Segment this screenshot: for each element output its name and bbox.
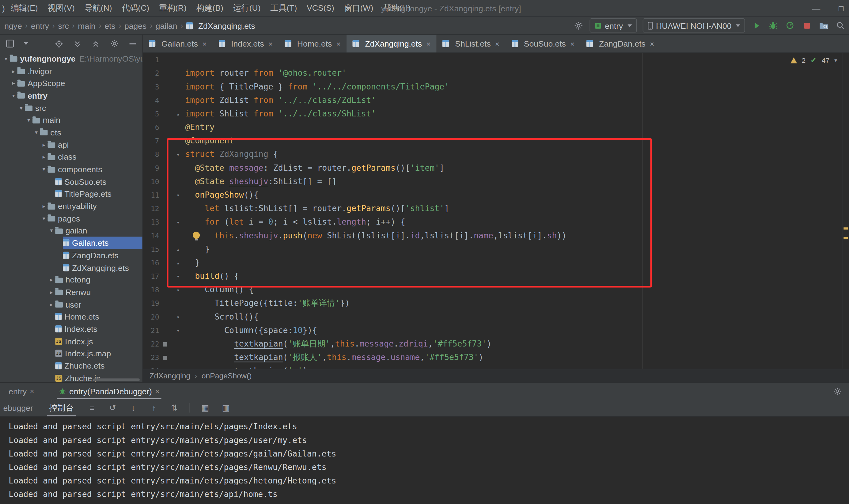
settings-gear-icon[interactable] bbox=[109, 38, 120, 49]
tree-chevron-icon[interactable]: ▾ bbox=[40, 215, 48, 221]
tree-item-Index.js.map[interactable]: JSIndex.js.map bbox=[0, 347, 143, 360]
tab-console[interactable]: 控制台 bbox=[46, 399, 77, 416]
breadcrumb-item[interactable]: entry bbox=[30, 21, 50, 30]
console-menu-icon[interactable] bbox=[87, 403, 97, 412]
gutter-marker[interactable] bbox=[159, 215, 171, 229]
fold-icon[interactable] bbox=[171, 229, 185, 242]
tree-item-pages[interactable]: ▾pages bbox=[0, 212, 143, 224]
tree-item-Gailan.ets[interactable]: Gailan.ets bbox=[0, 237, 143, 249]
menu-item[interactable]: 代码(C) bbox=[117, 3, 154, 14]
code-line[interactable]: 14 this.sheshujv.push(new ShList(lslist[… bbox=[143, 229, 849, 242]
tree-chevron-icon[interactable]: ▸ bbox=[48, 277, 55, 283]
menu-item[interactable]: 工具(T) bbox=[265, 3, 302, 14]
code-line[interactable]: 7@Component bbox=[143, 134, 849, 148]
code-line[interactable]: 6@Entry bbox=[143, 121, 849, 134]
gutter-marker[interactable] bbox=[159, 175, 171, 188]
tree-item-class[interactable]: ▸class bbox=[0, 151, 143, 163]
gutter-marker[interactable] bbox=[159, 256, 171, 270]
code-line[interactable]: 19 TitlePage({title:'账单详情'}) bbox=[143, 296, 849, 310]
fold-icon[interactable] bbox=[171, 202, 185, 215]
gutter-marker[interactable] bbox=[159, 80, 171, 94]
tree-item-Home.ets[interactable]: Home.ets bbox=[0, 310, 143, 323]
tree-chevron-icon[interactable]: ▾ bbox=[10, 92, 17, 98]
gutter-marker[interactable] bbox=[159, 107, 171, 121]
debug-tab-entry[interactable]: entry × bbox=[4, 383, 38, 399]
fold-icon[interactable] bbox=[171, 351, 185, 364]
code-line[interactable]: 4import ZdList from '../../class/ZdList' bbox=[143, 94, 849, 107]
tree-item-user[interactable]: ▸user bbox=[0, 298, 143, 310]
menu-item[interactable]: 编辑(E) bbox=[6, 3, 42, 14]
run-config-selector[interactable]: entry bbox=[590, 18, 637, 33]
close-icon[interactable]: × bbox=[30, 387, 34, 395]
tree-chevron-icon[interactable]: ▸ bbox=[40, 203, 48, 209]
tab-debugger[interactable]: ebugger bbox=[0, 399, 36, 416]
code-line[interactable]: 8▾struct ZdXangqing { bbox=[143, 148, 849, 161]
tree-chevron-icon[interactable]: ▾ bbox=[33, 129, 40, 135]
device-selector[interactable]: HUAWEI NOH-AN00 bbox=[643, 18, 745, 33]
fold-icon[interactable] bbox=[171, 296, 185, 310]
settings-gear-icon[interactable] bbox=[573, 20, 584, 31]
profiler-button[interactable] bbox=[785, 20, 795, 31]
device-file-browser-icon[interactable] bbox=[818, 20, 829, 31]
fold-icon[interactable]: ▴ bbox=[171, 107, 185, 121]
gutter-marker[interactable] bbox=[159, 161, 171, 175]
gutter-marker[interactable] bbox=[159, 134, 171, 148]
soft-wrap-icon[interactable] bbox=[200, 403, 211, 413]
tree-chevron-icon[interactable]: ▾ bbox=[17, 105, 25, 111]
fold-icon[interactable]: ▾ bbox=[171, 188, 185, 202]
menu-item[interactable]: 视图(V) bbox=[43, 3, 80, 14]
gutter-marker[interactable] bbox=[159, 242, 171, 256]
tree-item-gailan[interactable]: ▾gailan bbox=[0, 224, 143, 237]
code-line[interactable]: 23 textkapian('报账人',this.message.usname,… bbox=[143, 351, 849, 364]
tree-chevron-icon[interactable]: ▸ bbox=[10, 80, 17, 86]
lightbulb-icon[interactable] bbox=[193, 232, 200, 239]
fold-icon[interactable]: ▾ bbox=[171, 270, 185, 283]
fold-icon[interactable] bbox=[171, 337, 185, 351]
tree-item-src[interactable]: ▾src bbox=[0, 102, 143, 114]
scroll-down-icon[interactable] bbox=[128, 403, 139, 412]
code-line[interactable]: 2import router from '@ohos.router' bbox=[143, 67, 849, 80]
gutter-marker[interactable] bbox=[159, 270, 171, 283]
fold-icon[interactable] bbox=[171, 364, 185, 368]
tree-item-main[interactable]: ▾main bbox=[0, 114, 143, 126]
tree-chevron-icon[interactable]: ▾ bbox=[25, 117, 33, 123]
debug-tab-panda-debugger[interactable]: entry(PandaDebugger) × bbox=[55, 383, 164, 399]
code-line[interactable]: 5▴import ShList from '../../class/ShList… bbox=[143, 107, 849, 121]
tree-item-AppScope[interactable]: ▸AppScope bbox=[0, 77, 143, 89]
tree-item-Index.js[interactable]: JSIndex.js bbox=[0, 335, 143, 347]
error-stripe[interactable] bbox=[842, 53, 849, 368]
menu-item[interactable]: 窗口(W) bbox=[339, 3, 378, 14]
tree-chevron-icon[interactable]: ▾ bbox=[2, 56, 10, 61]
fold-icon[interactable] bbox=[171, 161, 185, 175]
tree-item-yufengnongye[interactable]: ▾yufengnongye E:\HarmonyOS\yufengno bbox=[0, 52, 143, 65]
tree-item-ZdXangqing.ets[interactable]: ZdXangqing.ets bbox=[0, 262, 143, 274]
close-icon[interactable]: × bbox=[268, 39, 273, 48]
breadcrumb-item[interactable]: ngye bbox=[3, 21, 23, 30]
close-icon[interactable]: × bbox=[495, 39, 500, 48]
gutter-marker[interactable] bbox=[159, 148, 171, 161]
breadcrumb-item[interactable]: src bbox=[57, 21, 70, 30]
fold-icon[interactable] bbox=[171, 134, 185, 148]
tree-chevron-icon[interactable]: ▾ bbox=[48, 228, 55, 233]
tree-item-components[interactable]: ▾components bbox=[0, 163, 143, 175]
tree-item-ets[interactable]: ▾ets bbox=[0, 126, 143, 139]
gutter-marker[interactable] bbox=[159, 337, 171, 351]
gutter-marker[interactable] bbox=[159, 121, 171, 134]
fold-icon[interactable] bbox=[171, 94, 185, 107]
gutter-marker[interactable] bbox=[159, 53, 171, 67]
code-line[interactable]: 20▾ Scroll(){ bbox=[143, 310, 849, 324]
fold-icon[interactable]: ▾ bbox=[171, 283, 185, 296]
code-line[interactable]: 18▾ Column() { bbox=[143, 283, 849, 296]
project-view-selector[interactable] bbox=[4, 38, 15, 49]
code-line[interactable]: 11▾ onPageShow(){ bbox=[143, 188, 849, 202]
tree-item-Zhuche.ets[interactable]: Zhuche.ets bbox=[0, 360, 143, 372]
fold-icon[interactable] bbox=[171, 53, 185, 67]
horizontal-scrollbar[interactable] bbox=[93, 378, 140, 381]
breadcrumb-item[interactable]: ets bbox=[104, 21, 116, 30]
close-icon[interactable]: × bbox=[426, 39, 431, 48]
gutter-marker[interactable] bbox=[159, 364, 171, 368]
tree-item-SouSuo.ets[interactable]: SouSuo.ets bbox=[0, 175, 143, 187]
close-icon[interactable]: × bbox=[336, 39, 340, 48]
tree-item-Renwu[interactable]: ▸Renwu bbox=[0, 286, 143, 298]
fold-icon[interactable]: ▾ bbox=[171, 310, 185, 324]
